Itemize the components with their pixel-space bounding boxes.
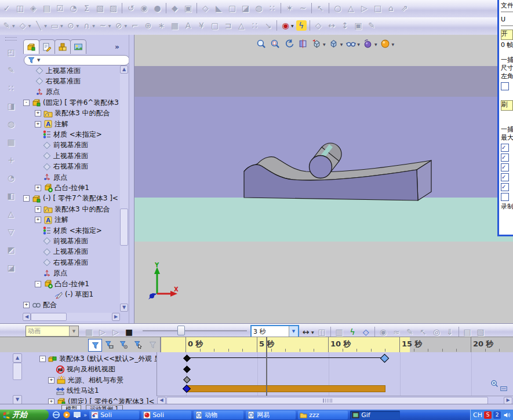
record-camera-icon[interactable]: ◉ <box>279 19 292 32</box>
tree-item[interactable]: 材质 <未指定> <box>22 225 133 236</box>
stats-icon[interactable]: ◔ <box>67 2 80 14</box>
tree-item[interactable]: +A注解 <box>22 119 133 129</box>
hide-show-icon[interactable] <box>344 37 358 50</box>
dropdown-arrow-icon[interactable]: ▼ <box>77 24 79 28</box>
graphics-viewport[interactable]: ▼▼▼▼▼ Y X <box>134 35 513 323</box>
autokey-icon[interactable]: ϟ <box>346 326 359 338</box>
ellipse-icon[interactable]: ⊘ <box>112 19 125 32</box>
timeline-horizontal-scrollbar[interactable]: ◀ ▶ <box>157 396 513 404</box>
rectangle-icon[interactable]: ▭ <box>48 19 61 32</box>
current-time-bar[interactable] <box>266 337 267 396</box>
motor-icon[interactable]: ◉ <box>377 326 390 338</box>
measure-icon[interactable]: ◫ <box>13 2 27 14</box>
damper-icon[interactable]: ✎ <box>403 326 417 338</box>
construction-grid-icon[interactable]: ▦ <box>168 19 181 32</box>
horizontal-dimension-icon[interactable]: ↔ <box>325 19 339 32</box>
study-type-combo[interactable]: 动画 ▼ <box>26 326 79 337</box>
feature-a-icon[interactable]: ◆ <box>168 2 181 14</box>
photoworks-icon[interactable]: ϟ <box>296 20 307 31</box>
play-icon[interactable]: ▷ <box>109 326 122 338</box>
motion-study-properties-icon[interactable]: ▧ <box>474 326 487 338</box>
tree-item[interactable]: 右视基准面 <box>22 76 133 86</box>
rebuild-icon[interactable]: ↺ <box>124 2 137 14</box>
play-from-start-icon[interactable]: ▷ <box>96 326 109 338</box>
speed-slider-thumb[interactable] <box>177 326 185 335</box>
dialog-checkbox[interactable]: ✓ <box>501 173 509 181</box>
spring-icon[interactable]: ≈ <box>390 326 403 338</box>
scroll-down-icon[interactable]: ▼ <box>120 304 128 312</box>
motor-duration-bar[interactable] <box>186 385 385 392</box>
tree-vertical-scrollbar[interactable]: ▲ ▼ <box>120 65 128 311</box>
baseline-dimension-icon[interactable]: ▣ <box>352 19 365 32</box>
dimension-a-icon[interactable]: ◇ <box>312 19 325 32</box>
collapse-icon[interactable]: - <box>23 195 30 202</box>
speed-slider-track[interactable] <box>143 330 247 331</box>
contact-icon[interactable]: ◎ <box>430 326 443 338</box>
save-animation-icon[interactable]: ◫ <box>315 326 329 338</box>
line-icon[interactable]: ╲ <box>32 19 45 32</box>
hole-wizard-icon[interactable]: ◍ <box>252 2 265 14</box>
dropdown-arrow-icon[interactable]: ▼ <box>44 24 47 28</box>
dropdown-arrow-icon[interactable]: ▼ <box>28 24 31 28</box>
results-icon[interactable]: ▤ <box>461 326 474 338</box>
dropdown-arrow-icon[interactable]: ▼ <box>60 24 63 28</box>
view-orientation-icon[interactable] <box>310 37 323 50</box>
display-style-icon[interactable] <box>327 37 341 50</box>
equations-icon[interactable]: Σ <box>80 2 93 14</box>
interference-detection-icon[interactable]: △ <box>5 207 18 220</box>
tree-item[interactable]: 右视基准面 <box>22 257 133 268</box>
timeline-ruler[interactable]: 0 秒5 秒10 秒15 秒20 秒 <box>161 337 513 352</box>
toolbar-drag-handle[interactable] <box>5 37 17 41</box>
sketch-fillet-icon[interactable]: ⌐ <box>128 19 141 32</box>
smart-dimension-icon[interactable]: ◇ <box>16 19 30 32</box>
solidworks-window-button-2[interactable]: Soli <box>141 411 191 419</box>
timeline-zoom-fit-icon[interactable] <box>500 385 508 393</box>
assembly-d-icon[interactable]: □ <box>371 2 384 14</box>
move-entities-icon[interactable]: ↘ <box>261 19 275 32</box>
browser-window-button-2[interactable]: 网易 <box>246 411 296 419</box>
expand-icon[interactable]: + <box>35 185 41 191</box>
move-component-icon[interactable]: ◍ <box>5 118 18 130</box>
tray-red-icon[interactable]: S <box>484 411 492 419</box>
tree-item[interactable]: 原点 <box>22 87 133 97</box>
dropdown-arrow-icon[interactable]: ▼ <box>291 24 294 28</box>
tree-item[interactable]: 右视基准面 <box>22 162 133 172</box>
feature-b-icon[interactable]: ▣ <box>181 2 195 14</box>
duration-combo[interactable]: 3 秒 ▼ <box>250 325 299 338</box>
dropdown-arrow-icon[interactable]: ▼ <box>357 42 360 50</box>
trim-icon[interactable]: ¥ <box>195 19 208 32</box>
combo-arrow-icon[interactable]: ▼ <box>289 326 298 337</box>
collapse-icon[interactable]: - <box>35 281 41 287</box>
tree-item[interactable]: +装配体3 中的配合 <box>22 108 133 119</box>
select-filter-icon[interactable]: ◉ <box>137 2 151 14</box>
explode-line-icon[interactable]: ◧ <box>5 189 18 202</box>
solidworks-window-button[interactable]: Soli <box>89 411 139 419</box>
expand-icon[interactable]: + <box>48 399 54 404</box>
tree-item[interactable]: 原点 <box>22 268 133 279</box>
tree-item[interactable]: +装配体3 中的配合 <box>22 204 133 214</box>
tree-item[interactable]: 材质 <未指定> <box>22 129 133 140</box>
tree-item[interactable]: +配合 <box>22 300 122 311</box>
scrollbar-thumb[interactable] <box>120 209 128 246</box>
exploded-view-icon[interactable]: ◔ <box>5 171 18 184</box>
timeline-key-gray[interactable] <box>183 376 191 384</box>
check-model-icon[interactable]: ☑ <box>53 2 67 14</box>
show-desktop-icon[interactable] <box>72 410 82 419</box>
edit-appearance-icon[interactable] <box>361 37 375 50</box>
spline-icon[interactable]: ~ <box>96 19 110 32</box>
arc-icon[interactable]: ∩ <box>80 19 93 32</box>
dialog-checkbox[interactable]: ✓ <box>501 163 509 171</box>
tree-item[interactable]: 视向及相机视图 <box>0 364 157 375</box>
dropdown-arrow-icon[interactable]: ▼ <box>323 42 326 50</box>
dropdown-arrow-icon[interactable]: ▼ <box>340 42 343 50</box>
dropdown-arrow-icon[interactable]: ▼ <box>108 24 111 28</box>
expand-icon[interactable]: + <box>35 206 41 213</box>
tree-item[interactable]: -凸台-拉伸1 <box>22 279 133 289</box>
gif-window-button[interactable]: Gif <box>350 411 400 419</box>
sketch-icon[interactable]: ✎ <box>0 19 13 32</box>
assembly-b-icon[interactable]: △ <box>344 2 358 14</box>
tree-item[interactable]: +凸台-拉伸1 <box>22 182 133 193</box>
browser-window-button[interactable]: 动物 <box>194 411 243 419</box>
section-view-icon[interactable] <box>296 37 310 50</box>
pattern-components-icon[interactable]: ∷ <box>5 82 18 94</box>
